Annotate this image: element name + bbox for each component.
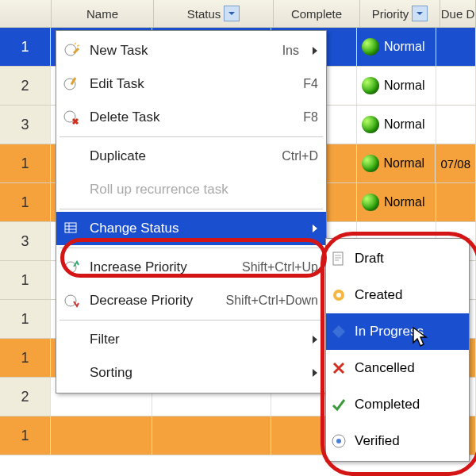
priority-ball-icon xyxy=(362,194,379,211)
cell-number: 1 xyxy=(0,183,51,221)
menu-item-edit-task[interactable]: Edit TaskF4 xyxy=(56,67,326,101)
status-option-label: Draft xyxy=(355,251,384,267)
cell-number: 1 xyxy=(0,28,51,66)
menu-item-roll-up-recurrence-task: Roll up recurrence task xyxy=(56,173,326,206)
cell-number: 1 xyxy=(0,261,51,299)
menu-item-label: Roll up recurrence task xyxy=(90,182,310,198)
submenu-arrow-icon xyxy=(312,368,318,378)
menu-item-label: New Task xyxy=(90,43,274,59)
cell-due xyxy=(436,28,476,66)
context-menu: New TaskInsEdit TaskF4Delete TaskF8Dupli… xyxy=(56,30,327,393)
cell-due xyxy=(436,67,476,105)
menu-item-label: Edit Task xyxy=(90,76,295,92)
svg-point-9 xyxy=(336,293,341,298)
menu-item-new-task[interactable]: New TaskIns xyxy=(56,34,326,67)
col-complete[interactable]: Complete xyxy=(274,0,360,27)
cell-due xyxy=(436,183,476,221)
priority-ball-icon xyxy=(362,116,379,133)
menu-item-shortcut: Shift+Ctrl+Up xyxy=(242,260,318,274)
status-option-label: Cancelled xyxy=(355,360,415,376)
menu-item-change-status[interactable]: Change Status xyxy=(56,212,326,245)
menu-item-label: Change Status xyxy=(90,221,291,236)
submenu-arrow-icon xyxy=(312,46,318,56)
menu-item-shortcut: Ins xyxy=(282,44,299,58)
col-due[interactable]: Due D xyxy=(440,0,476,27)
complete-icon xyxy=(329,395,348,414)
menu-item-label: Decrease Priority xyxy=(90,293,218,309)
blank-icon xyxy=(61,363,82,383)
cell-number: 3 xyxy=(0,222,51,260)
priority-ball-icon xyxy=(362,38,379,56)
priority-ball-icon xyxy=(362,155,379,172)
cell-number: 2 xyxy=(0,67,51,105)
col-name-label: Name xyxy=(86,7,118,21)
new-icon xyxy=(61,40,82,61)
cell-number: 2 xyxy=(0,378,51,416)
cell-number: 1 xyxy=(0,144,51,182)
submenu-arrow-icon xyxy=(312,335,318,344)
task-grid-viewport: Name Status Complete Priority Due D 1Nor… xyxy=(0,0,476,476)
priority-ball-icon xyxy=(362,77,379,94)
status-option-completed[interactable]: Completed xyxy=(326,386,469,423)
menu-separator xyxy=(60,248,323,248)
svg-point-11 xyxy=(336,439,341,443)
status-option-cancelled[interactable]: Cancelled xyxy=(326,350,469,386)
priority-label: Normal xyxy=(384,40,425,54)
cell-name xyxy=(51,416,152,455)
status-option-label: Completed xyxy=(355,397,420,413)
svg-point-6 xyxy=(65,295,76,306)
col-status-label: Status xyxy=(187,7,221,21)
prio-down-icon xyxy=(61,290,82,311)
prio-up-icon xyxy=(61,257,82,278)
menu-item-decrease-priority[interactable]: Decrease PriorityShift+Ctrl+Down xyxy=(56,284,326,317)
col-complete-label: Complete xyxy=(291,7,342,21)
menu-item-label: Duplicate xyxy=(90,148,274,164)
menu-item-duplicate[interactable]: DuplicateCtrl+D xyxy=(56,140,326,173)
cell-due: 07/08 xyxy=(436,144,476,182)
status-option-verified[interactable]: Verified xyxy=(326,423,469,459)
col-priority[interactable]: Priority xyxy=(360,0,440,27)
menu-item-label: Delete Task xyxy=(90,109,295,125)
menu-item-increase-priority[interactable]: Increase PriorityShift+Ctrl+Up xyxy=(56,251,326,284)
svg-point-5 xyxy=(65,262,76,273)
submenu-arrow-icon xyxy=(312,224,318,233)
blank-icon xyxy=(61,179,82,200)
cell-priority: Normal xyxy=(357,28,436,66)
cell-number: 1 xyxy=(0,416,51,455)
blank-icon xyxy=(61,329,82,350)
menu-item-filter[interactable]: Filter xyxy=(56,323,326,356)
cell-number: 1 xyxy=(0,300,51,338)
col-number[interactable] xyxy=(0,0,52,27)
status-option-created[interactable]: Created xyxy=(326,277,469,313)
cell-number: 1 xyxy=(0,339,51,377)
cell-status xyxy=(152,416,271,455)
menu-item-delete-task[interactable]: Delete TaskF8 xyxy=(56,101,326,134)
cell-number: 3 xyxy=(0,106,51,144)
status-filter-dropdown[interactable] xyxy=(224,6,240,21)
edit-icon xyxy=(61,74,82,94)
svg-rect-4 xyxy=(65,223,76,232)
menu-item-label: Filter xyxy=(90,332,291,347)
menu-item-label: Increase Priority xyxy=(90,259,234,275)
menu-item-shortcut: Ctrl+D xyxy=(282,149,318,163)
cell-priority: Normal xyxy=(357,144,436,182)
status-submenu: DraftCreatedIn ProgressCancelledComplete… xyxy=(325,238,470,462)
col-due-label: Due D xyxy=(441,7,475,21)
created-icon xyxy=(329,286,348,305)
menu-separator xyxy=(60,320,323,321)
cell-priority: Normal xyxy=(357,183,436,221)
status-icon xyxy=(61,218,82,239)
menu-item-label: Sorting xyxy=(90,365,291,381)
menu-separator xyxy=(60,209,323,209)
delete-icon xyxy=(61,107,82,128)
col-status[interactable]: Status xyxy=(154,0,274,27)
menu-item-shortcut: F4 xyxy=(303,77,318,91)
svg-rect-7 xyxy=(333,252,343,265)
status-option-draft[interactable]: Draft xyxy=(326,240,469,277)
status-option-label: Created xyxy=(355,287,402,303)
priority-label: Normal xyxy=(384,79,425,93)
menu-item-sorting[interactable]: Sorting xyxy=(56,356,326,390)
priority-filter-dropdown[interactable] xyxy=(412,6,428,21)
status-option-in-progress[interactable]: In Progress xyxy=(326,313,469,350)
col-name[interactable]: Name xyxy=(52,0,154,27)
